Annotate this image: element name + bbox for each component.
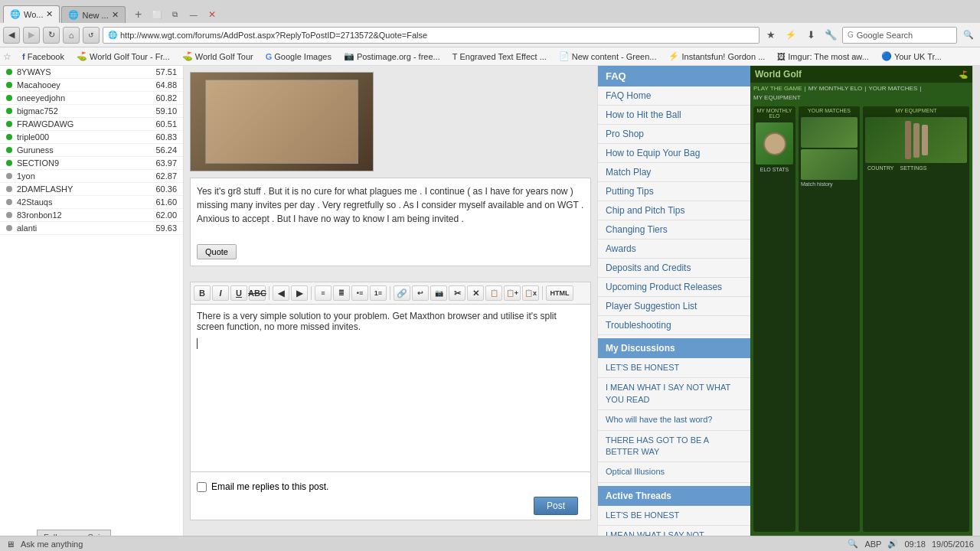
align-center-btn[interactable]: ≣ xyxy=(333,285,350,301)
email-checkbox[interactable] xyxy=(197,482,207,492)
tab-close-btn[interactable]: ✕ xyxy=(46,9,53,19)
back-btn[interactable]: ◀ xyxy=(3,27,20,44)
tab-label2: New ... xyxy=(82,11,108,20)
faq-link[interactable]: FAQ Home xyxy=(598,86,750,106)
outdent-btn[interactable]: ◀ xyxy=(273,285,289,301)
indent-btn[interactable]: ▶ xyxy=(291,285,308,301)
post-image xyxy=(190,72,374,171)
reload-btn[interactable]: ↻ xyxy=(43,27,60,44)
discussion-link[interactable]: THERE HAS GOT TO BE A BETTER WAY xyxy=(598,431,750,463)
game-nav-play[interactable]: PLAY THE GAME xyxy=(753,85,802,92)
player-score: 60.51 xyxy=(149,119,177,129)
search-box[interactable]: G Google Search xyxy=(842,27,957,44)
game-nav-sep2: | xyxy=(864,85,866,92)
tab-active[interactable]: 🌐 Wo... ✕ xyxy=(3,5,60,23)
faq-link[interactable]: Player Suggestion List xyxy=(598,297,750,316)
discussion-link[interactable]: LET'S BE HONEST xyxy=(598,358,750,378)
faq-link[interactable]: Putting Tips xyxy=(598,182,750,201)
bookmark-wgt-fr[interactable]: ⛳ World Golf Tour - Fr... xyxy=(72,50,175,63)
feed-icon[interactable]: ⚡ xyxy=(782,27,799,44)
address-bar[interactable]: 🌐 http://www.wgt.com/forums/AddPost.aspx… xyxy=(103,27,760,44)
faq-link[interactable]: Deposits and Credits xyxy=(598,259,750,278)
minimize-btn[interactable]: — xyxy=(185,6,202,23)
player-score: 59.10 xyxy=(149,106,177,116)
bookmark-instantsfun[interactable]: ⚡ Instantsfun! Gordon ... xyxy=(664,50,769,63)
faq-link[interactable]: How to Equip Your Bag xyxy=(598,144,750,163)
equip-btn-1[interactable]: COUNTRY xyxy=(865,165,896,171)
game-nav-elo[interactable]: MY MONTHLY ELO xyxy=(808,85,863,92)
player-name: SECTION9 xyxy=(17,158,149,168)
tab-inactive[interactable]: 🌐 New ... ✕ xyxy=(61,6,125,23)
player-score: 62.87 xyxy=(149,171,177,181)
bookmark-postimage[interactable]: 📷 Postimage.org - free... xyxy=(339,50,445,63)
player-score: 60.83 xyxy=(149,132,177,142)
bookmark-wgt[interactable]: ⛳ World Golf Tour xyxy=(178,50,258,63)
unordered-list-btn[interactable]: •≡ xyxy=(351,285,368,301)
bookmark-google-images[interactable]: G Google Images xyxy=(261,51,336,63)
active-thread-link[interactable]: I MEAN WHAT I SAY NOT xyxy=(598,526,750,536)
player-dot xyxy=(6,108,12,114)
paste-text-btn[interactable]: 📋x xyxy=(522,285,539,301)
bold-btn[interactable]: B xyxy=(194,285,211,301)
wgt-icon2: ⛳ xyxy=(182,51,193,61)
tab-close-btn2[interactable]: ✕ xyxy=(112,10,119,20)
tab-icon: 🌐 xyxy=(10,9,21,19)
player-row: Macahooey 64.88 xyxy=(0,79,183,92)
ordered-list-btn[interactable]: 1≡ xyxy=(370,285,387,301)
player-row: 42Stauqs 61.60 xyxy=(0,196,183,209)
unlink-btn[interactable]: ↩ xyxy=(412,285,429,301)
underline-btn[interactable]: U xyxy=(230,285,247,301)
html-btn[interactable]: HTML xyxy=(546,285,573,301)
post-body-text: Yes it's gr8 stuff . But it is no cure f… xyxy=(197,184,584,226)
star-icon[interactable]: ★ xyxy=(763,27,779,44)
image-btn[interactable]: 📷 xyxy=(430,285,447,301)
faq-link[interactable]: Changing Tiers xyxy=(598,220,750,240)
italic-btn[interactable]: I xyxy=(212,285,229,301)
strikethrough-btn[interactable]: ABC xyxy=(249,285,266,301)
align-left-btn[interactable]: ≡ xyxy=(315,285,332,301)
faq-link[interactable]: Chip and Pitch Tips xyxy=(598,201,750,220)
download-icon[interactable]: ⬇ xyxy=(802,27,819,44)
discussion-link[interactable]: Who will have the last word? xyxy=(598,410,750,430)
bookmark-imgur[interactable]: 🖼 Imgur: The most aw... xyxy=(773,51,874,63)
delete-btn[interactable]: ✕ xyxy=(467,285,484,301)
right-scrollbar[interactable] xyxy=(972,66,980,536)
bookmark-facebook[interactable]: f Facebook xyxy=(18,51,69,63)
quote-btn[interactable]: Quote xyxy=(197,244,237,259)
link-btn[interactable]: 🔗 xyxy=(394,285,410,301)
close-window-btn[interactable]: ✕ xyxy=(204,6,220,23)
active-thread-link[interactable]: LET'S BE HONEST xyxy=(598,506,750,526)
bookmark-uktr[interactable]: 🔵 Your UK Tr... xyxy=(877,50,946,63)
faq-link[interactable]: How to Hit the Ball xyxy=(598,106,750,125)
equipment-buttons: COUNTRY SETTINGS xyxy=(865,165,967,171)
sep4 xyxy=(542,286,543,300)
faq-link[interactable]: Troubleshooting xyxy=(598,316,750,335)
game-nav-matches[interactable]: YOUR MATCHES xyxy=(868,85,917,92)
post-btn[interactable]: Post xyxy=(534,497,578,515)
faq-link[interactable]: Match Play xyxy=(598,163,750,182)
tools-icon[interactable]: 🔧 xyxy=(822,27,839,44)
forward-btn[interactable]: ▶ xyxy=(23,27,40,44)
home-btn[interactable]: ⌂ xyxy=(63,27,80,44)
game-nav-equip[interactable]: MY EQUIPMENT xyxy=(753,94,801,101)
bookmark-engraved[interactable]: T Engraved Text Effect ... xyxy=(448,51,551,63)
equip-btn-2[interactable]: SETTINGS xyxy=(897,165,929,171)
paste-btn[interactable]: 📋+ xyxy=(504,285,521,301)
nav-bar: ◀ ▶ ↻ ⌂ ↺ 🌐 http://www.wgt.com/forums/Ad… xyxy=(0,23,980,47)
fullscreen-snip-btn[interactable]: Full-screen Snip xyxy=(37,530,111,536)
discussion-link[interactable]: I MEAN WHAT I SAY NOT WHAT YOU READ xyxy=(598,378,750,410)
faq-link[interactable]: Pro Shop xyxy=(598,125,750,144)
faq-link[interactable]: Awards xyxy=(598,240,750,259)
maximize-btn[interactable]: ⬜ xyxy=(149,6,165,23)
scissors-btn[interactable]: ✂ xyxy=(449,285,466,301)
search-btn[interactable]: 🔍 xyxy=(960,27,977,44)
discussion-link[interactable]: Optical Illusions xyxy=(598,462,750,482)
new-tab-btn[interactable]: + xyxy=(130,6,147,23)
google-icon: G xyxy=(848,31,854,39)
undo-btn[interactable]: ↺ xyxy=(83,27,100,44)
editor-area[interactable]: There is a very simple solution to your … xyxy=(190,304,591,472)
bookmark-new-content[interactable]: 📄 New content - Green... xyxy=(554,50,662,63)
copy-btn[interactable]: 📋 xyxy=(485,285,502,301)
restore-btn[interactable]: ⧉ xyxy=(167,6,184,23)
faq-link[interactable]: Upcoming Product Releases xyxy=(598,278,750,297)
